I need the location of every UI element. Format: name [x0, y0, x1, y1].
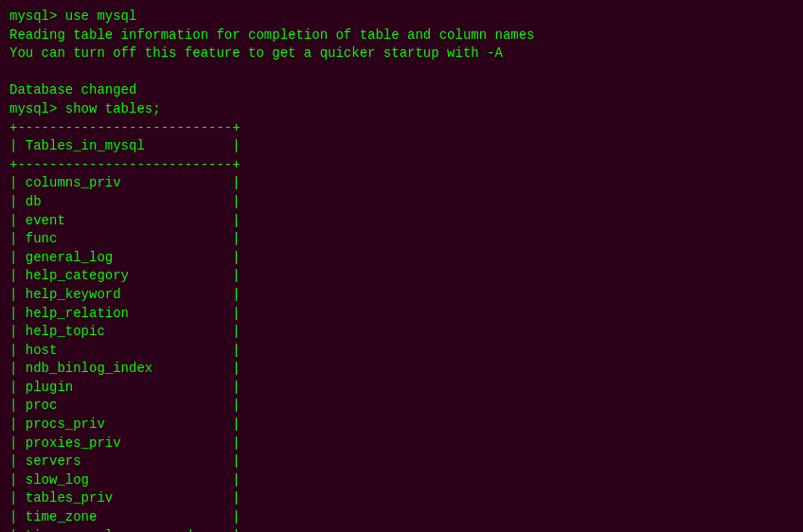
- terminal-window: mysql> use mysql Reading table informati…: [9, 8, 794, 532]
- terminal-output: mysql> use mysql Reading table informati…: [9, 8, 794, 532]
